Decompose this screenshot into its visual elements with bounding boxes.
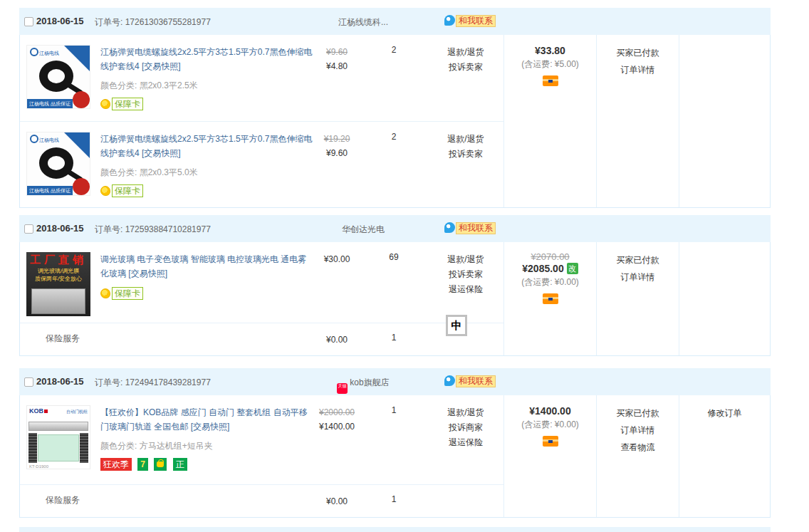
contact-seller-button[interactable]: 和我联系: [444, 375, 496, 387]
order-date: 2018-06-15: [36, 16, 84, 26]
refund-link[interactable]: 退款/退货: [428, 45, 503, 60]
order-total-cell: ¥33.80 (含运费: ¥5.00): [503, 35, 596, 207]
seller-link[interactable]: 江杨线缆科...: [317, 16, 409, 28]
order-checkbox[interactable]: [24, 377, 33, 387]
order-checkbox[interactable]: [24, 17, 33, 26]
order-ops-cell: 修改订单: [679, 395, 770, 517]
service-price: ¥0.00: [326, 335, 348, 345]
unit-price-cell: ¥30.00: [314, 252, 360, 323]
order-detail-link[interactable]: 订单详情: [597, 61, 679, 78]
warranty-card-label: 保障卡: [112, 287, 143, 300]
product-title-link[interactable]: 江杨弹簧电缆螺旋线2x2.5平方3芯1.5平方0.7黑色伸缩电线护套线4 [交易…: [100, 132, 314, 160]
quantity-cell: 2: [360, 45, 428, 121]
order-card: 2018-06-15 订单号: 172494178439281977 天猫kob…: [19, 368, 771, 518]
next-order-header-partial: [19, 527, 771, 532]
order-number-value: 172593884710281977: [125, 224, 211, 234]
order-ops-cell: [679, 242, 770, 355]
order-number: 订单号: 172593884710281977: [95, 224, 211, 236]
seller-link[interactable]: 天猫kob旗舰店: [317, 377, 409, 394]
seller-name[interactable]: 江杨线缆科...: [338, 17, 388, 27]
order-status-cell: 买家已付款 订单详情 查看物流: [596, 395, 679, 517]
brand-logo: 江杨电线: [30, 48, 59, 57]
order-status: 买家已付款: [597, 44, 679, 61]
warranty-hands-icon: [100, 99, 110, 109]
insurance-service-label: 保险服务: [20, 494, 314, 517]
door-model-text: KT-D1900: [29, 464, 48, 469]
order-list: 2018-06-15 订单号: 172613036755281977 江杨线缆科…: [19, 8, 771, 532]
factory-direct-text: 工厂直销: [26, 254, 90, 267]
refund-link[interactable]: 退款/退货: [428, 132, 503, 147]
order-number: 订单号: 172494178439281977: [95, 377, 211, 389]
complain-seller-link[interactable]: 投诉卖家: [428, 267, 503, 282]
glass-subtitle-text: 调光玻璃/调光膜: [26, 267, 90, 275]
door-tagline: 自动门机组: [66, 409, 88, 415]
old-price: ¥19.20: [314, 132, 360, 146]
order-detail-link[interactable]: 订单详情: [597, 268, 679, 286]
order-header: 2018-06-15 订单号: 172494178439281977 天猫kob…: [19, 368, 771, 395]
door-glass-graphic: [38, 434, 79, 461]
complain-seller-link[interactable]: 投诉卖家: [428, 60, 503, 75]
carnival-promo-badge: 狂欢季: [100, 458, 132, 471]
shipping-fee: (含运费: ¥0.00): [504, 276, 596, 288]
view-logistics-link[interactable]: 查看物流: [597, 439, 679, 456]
old-total-amount: ¥2070.00: [504, 251, 596, 262]
modify-order-link[interactable]: 修改订单: [679, 405, 770, 422]
order-card: 2018-06-15 订单号: 172613036755281977 江杨线缆科…: [19, 8, 771, 208]
insurance-service-label: 保险服务: [20, 333, 314, 355]
order-item-row: 江杨电线 江杨电线 品质保证 江杨弹簧电缆螺旋线2x2.5平方3芯1.5平方0.…: [20, 35, 503, 121]
product-title-link[interactable]: 江杨弹簧电缆螺旋线2x2.5平方3芯1.5平方0.7黑色伸缩电线护套线4 [交易…: [100, 45, 314, 73]
quantity-cell: 1: [360, 405, 428, 484]
order-date: 2018-06-15: [36, 376, 84, 387]
contact-label[interactable]: 和我联系: [456, 375, 496, 387]
unit-price-cell: ¥2000.00 ¥1400.00: [314, 405, 360, 484]
contact-seller-button[interactable]: 和我联系: [444, 15, 496, 27]
modified-price-badge: 改: [567, 263, 578, 274]
seller-name[interactable]: kob旗舰店: [350, 377, 389, 387]
service-price-cell: ¥0.00: [314, 333, 360, 355]
product-image[interactable]: 江杨电线 江杨电线 品质保证: [26, 45, 90, 109]
total-amount: ¥2085.00改: [504, 263, 596, 274]
order-item-row: KOB 自动门机组 KT-D1900 【狂欢价】KOB品牌 感应门 自动门 整套…: [20, 395, 503, 484]
order-checkbox[interactable]: [24, 224, 33, 234]
contact-seller-button[interactable]: 和我联系: [444, 222, 496, 234]
door-pillar-graphic: [80, 433, 88, 463]
old-price: ¥2000.00: [314, 405, 360, 419]
refund-link[interactable]: 退款/退货: [428, 405, 503, 420]
quality-banner: 江杨电线 品质保证: [27, 99, 73, 108]
product-title-link[interactable]: 【狂欢价】KOB品牌 感应门 自动门 整套机组 自动平移门玻璃门轨道 全国包邮 …: [100, 405, 314, 434]
seller-name[interactable]: 华创达光电: [342, 224, 385, 234]
return-shipping-insurance-link[interactable]: 退运保险: [428, 282, 503, 297]
order-body: KOB 自动门机组 KT-D1900 【狂欢价】KOB品牌 感应门 自动门 整套…: [19, 395, 771, 518]
complain-seller-link[interactable]: 投诉卖家: [428, 147, 503, 162]
refund-link[interactable]: 退款/退货: [428, 252, 503, 267]
order-header: 2018-06-15 订单号: 172613036755281977 江杨线缆科…: [19, 8, 771, 35]
authentic-product-icon: 正: [173, 458, 187, 471]
order-number-label: 订单号:: [95, 17, 122, 27]
service-quantity-cell: 1: [360, 494, 428, 517]
item-actions: 退款/退货 投诉卖家: [428, 132, 503, 207]
seller-link[interactable]: 华创达光电: [317, 224, 409, 236]
order-status: 买家已付款: [597, 405, 679, 422]
contact-label[interactable]: 和我联系: [456, 222, 496, 234]
product-image[interactable]: 工厂直销 调光玻璃/调光膜 质保两年/安全放心: [26, 252, 90, 316]
quantity-cell: 69: [360, 252, 428, 323]
product-image[interactable]: 江杨电线 江杨电线 品质保证: [26, 132, 90, 196]
product-image[interactable]: KOB 自动门机组 KT-D1900: [26, 405, 90, 469]
order-ops-cell: [679, 35, 770, 207]
complain-merchant-link[interactable]: 投诉商家: [428, 420, 503, 435]
quantity-cell: 2: [360, 132, 428, 207]
order-detail-link[interactable]: 订单详情: [597, 422, 679, 439]
unit-price-cell: ¥9.60 ¥4.80: [314, 45, 360, 121]
wangwang-icon: [444, 222, 455, 233]
warranty-hands-icon: [100, 288, 110, 298]
order-status: 买家已付款: [597, 251, 679, 268]
red-seal-icon: [73, 178, 90, 195]
order-number-label: 订单号:: [95, 377, 122, 387]
warranty-bag-icon: [154, 458, 167, 471]
warranty-card-badge: 保障卡: [100, 287, 143, 300]
contact-label[interactable]: 和我联系: [456, 15, 496, 27]
product-title-link[interactable]: 调光玻璃 电子变色玻璃 智能玻璃 电控玻璃光电 通电雾化玻璃 [交易快照]: [100, 252, 314, 281]
tmall-icon: 天猫: [337, 383, 348, 394]
return-shipping-insurance-link[interactable]: 退运保险: [428, 435, 503, 450]
current-price: ¥9.60: [314, 146, 360, 160]
